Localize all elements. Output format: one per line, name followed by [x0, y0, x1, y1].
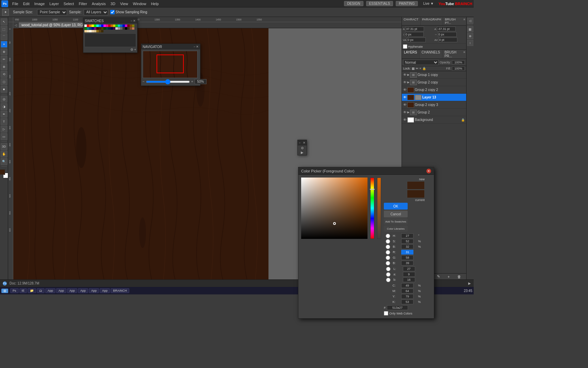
opacity-input[interactable] [452, 60, 465, 64]
swatch[interactable] [120, 25, 122, 27]
taskbar-app1[interactable]: App [45, 288, 55, 293]
zoom-slider[interactable] [146, 81, 190, 83]
navigator-minimize[interactable]: − [194, 45, 195, 48]
taskbar-explorer[interactable]: 📁 [28, 288, 36, 293]
menu-select[interactable]: Select [62, 1, 76, 6]
swatch[interactable] [89, 25, 92, 27]
b2-radio[interactable] [384, 278, 393, 282]
swatch[interactable] [96, 25, 99, 27]
tool-dodge[interactable]: ◑ [1, 103, 7, 110]
tool-marquee[interactable]: ⬚ [1, 26, 7, 33]
red-field-input[interactable] [401, 250, 413, 255]
char-v5-input[interactable] [407, 37, 426, 42]
swatch[interactable] [103, 25, 106, 27]
layer-item-group1copy[interactable]: 👁 ▶ ▤ Group 1 copy [402, 71, 466, 79]
tool-path[interactable]: ▷ [1, 126, 7, 133]
layer-visibility-group2copy[interactable]: 👁 [403, 80, 407, 84]
tab-layers[interactable]: LAYERS [402, 50, 420, 59]
swatch[interactable] [122, 25, 125, 27]
panel-toggle-4[interactable]: ↕ [467, 40, 473, 46]
lock-position-btn[interactable]: ✏ [416, 67, 419, 70]
swatch[interactable] [122, 27, 125, 30]
swatch[interactable] [101, 30, 103, 32]
taskbar-app6[interactable]: App [100, 288, 110, 293]
swatch[interactable] [84, 30, 87, 32]
fill-input[interactable] [452, 66, 465, 71]
taskbar-ie[interactable]: IE [19, 288, 27, 293]
tool-eraser[interactable]: ◻ [1, 78, 7, 85]
blue-radio[interactable] [384, 261, 392, 265]
swatch[interactable] [87, 30, 89, 32]
swatches-minimize[interactable]: − [131, 19, 132, 22]
swatch[interactable] [92, 25, 94, 27]
taskbar-app4[interactable]: App [78, 288, 88, 293]
taskbar-app3[interactable]: App [67, 288, 77, 293]
m-field-input[interactable] [401, 289, 413, 293]
swatch[interactable] [103, 27, 106, 30]
tool-hand[interactable]: ✋ [1, 151, 7, 157]
swatch[interactable] [106, 27, 108, 30]
swatch[interactable] [132, 25, 134, 27]
navigator-close[interactable]: ✕ [196, 45, 199, 48]
new-group-button[interactable]: ✎ [437, 274, 440, 279]
swatch[interactable] [99, 27, 101, 30]
hue-field-input[interactable] [401, 233, 413, 238]
tool-pen[interactable]: ✒ [1, 111, 7, 118]
tab-brush-pt[interactable]: BRUSH PT... [443, 17, 462, 25]
swatch[interactable] [99, 30, 101, 32]
swatch[interactable] [99, 25, 101, 27]
swatch[interactable] [106, 25, 108, 27]
swatch[interactable] [120, 27, 122, 30]
a-radio[interactable] [384, 272, 393, 277]
brightness-radio[interactable] [384, 245, 392, 249]
swatch[interactable] [89, 30, 92, 32]
menu-edit[interactable]: Edit [21, 1, 32, 6]
blend-mode-select[interactable]: Normal [403, 60, 439, 65]
layer-item-group2[interactable]: 👁 ▶ ▤ Group 2 [402, 109, 466, 116]
swatch[interactable] [113, 27, 115, 30]
swatch[interactable] [89, 27, 92, 30]
green-field-input[interactable] [401, 255, 413, 260]
panel-toggle-3[interactable]: ⊕ [467, 33, 473, 39]
color-libraries-button[interactable]: Color Libraries [384, 226, 408, 232]
start-button[interactable]: ⊞ [1, 289, 8, 293]
cancel-button[interactable]: Cancel [384, 211, 408, 217]
tab-character[interactable]: CHARACT [402, 17, 421, 25]
ok-button[interactable]: OK [384, 203, 408, 210]
swatch[interactable] [115, 27, 118, 30]
layer-visibility-group2copy2[interactable]: 👁 [403, 88, 407, 92]
tool-clone[interactable]: ⊗ [1, 63, 7, 70]
swatch[interactable] [132, 27, 134, 30]
live-label[interactable]: Live ▼ [423, 2, 434, 5]
swatch[interactable] [87, 25, 89, 27]
tool-healing[interactable]: ⊕ [1, 48, 7, 55]
layer-visibility-group2[interactable]: 👁 [403, 110, 407, 114]
swatch[interactable] [96, 30, 99, 32]
swatch[interactable] [92, 30, 94, 32]
workspace-essentials[interactable]: ESSENTIALS [366, 1, 393, 6]
green-radio[interactable] [384, 256, 392, 260]
swatch[interactable] [115, 25, 118, 27]
taskbar-app2[interactable]: App [56, 288, 66, 293]
lock-all-btn[interactable]: + [420, 67, 421, 70]
swatch[interactable] [92, 27, 94, 30]
tool-move[interactable]: ↖ [1, 18, 7, 25]
menu-filter[interactable]: Filter [77, 1, 89, 6]
swatch[interactable] [84, 27, 87, 30]
tab-paragraph[interactable]: PARAGRAPH [421, 17, 443, 25]
sample-select[interactable]: All Layers [84, 9, 108, 15]
l-radio[interactable] [384, 267, 393, 271]
color-gradient-field[interactable] [301, 178, 368, 239]
tool-gradient[interactable]: ■ [1, 86, 7, 93]
taskbar-ps-app[interactable]: Ps [10, 288, 19, 293]
red-radio[interactable] [384, 250, 392, 255]
swatch[interactable] [127, 27, 130, 30]
layer-item-group2copy[interactable]: 👁 ▶ ▤ Group 2 copy [402, 79, 466, 86]
color-picker-close[interactable]: ✕ [426, 169, 431, 173]
swatch[interactable] [87, 27, 89, 30]
char-size2-input[interactable] [437, 27, 456, 31]
char-v4-input[interactable] [438, 32, 457, 37]
alpha-slider[interactable] [377, 178, 381, 239]
l-field-input[interactable] [403, 266, 415, 271]
tab-brush-presets[interactable]: BRUSH PR... [442, 50, 462, 59]
